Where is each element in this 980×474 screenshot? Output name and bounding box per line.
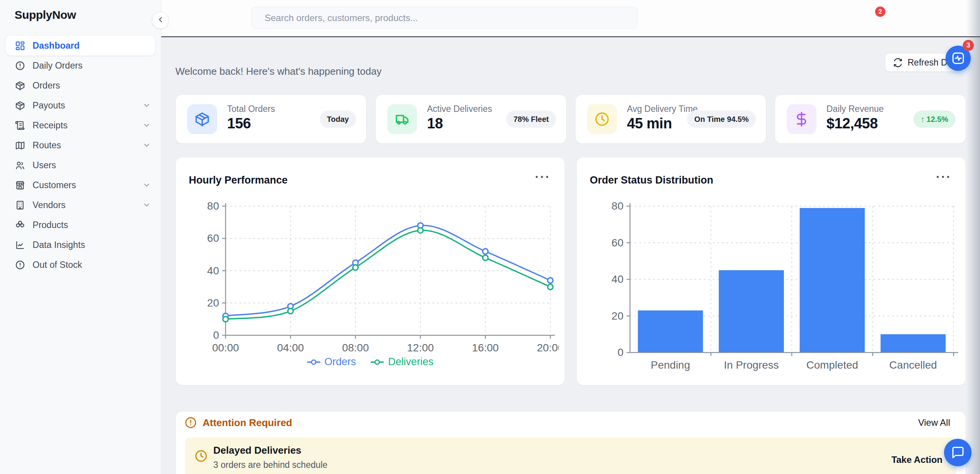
- stat-value: 45 min: [627, 115, 672, 132]
- svg-text:20: 20: [207, 297, 219, 309]
- take-action-button[interactable]: Take Action: [892, 454, 942, 465]
- clock-icon: [194, 449, 208, 463]
- alert-circle-icon: [15, 60, 25, 71]
- search-input[interactable]: [251, 7, 638, 29]
- sidebar-collapse-button[interactable]: [152, 12, 169, 29]
- alert-title: Delayed Deliveries: [213, 444, 301, 456]
- sidebar-item-users[interactable]: Users: [0, 155, 161, 175]
- view-all-link[interactable]: View All: [918, 417, 950, 428]
- svg-text:80: 80: [207, 200, 219, 212]
- order-status-card: Order Status Distribution ··· 020406080P…: [577, 157, 965, 385]
- attention-title: Attention Required: [203, 417, 292, 429]
- svg-text:60: 60: [207, 232, 219, 244]
- chevron-down-icon: [142, 101, 151, 110]
- svg-text:04:00: 04:00: [277, 342, 304, 354]
- sidebar-item-receipts[interactable]: Receipts: [0, 115, 161, 135]
- svg-text:0: 0: [617, 346, 623, 358]
- svg-text:0: 0: [213, 329, 219, 341]
- legend-marker: [307, 359, 321, 366]
- sidebar-item-payouts[interactable]: Payouts: [0, 95, 161, 115]
- chevron-left-icon: [156, 15, 165, 25]
- legend-item-deliveries[interactable]: Deliveries: [370, 356, 434, 368]
- svg-text:16:00: 16:00: [472, 342, 499, 354]
- notification-badge: 2: [875, 7, 885, 17]
- stat-card-avg-delivery-time: Avg Delivery Time45 minOn Time 94.5%: [576, 95, 766, 143]
- sidebar: SupplyNow DashboardDaily OrdersOrdersPay…: [0, 0, 161, 474]
- sidebar-item-label: Payouts: [33, 100, 65, 111]
- chat-icon: [951, 446, 965, 459]
- alert-subtitle: 3 orders are behind schedule: [213, 460, 327, 470]
- sidebar-item-data-insights[interactable]: Data Insights: [0, 235, 161, 255]
- svg-text:12:00: 12:00: [407, 342, 434, 354]
- chart-title: Hourly Performance: [189, 174, 288, 186]
- map-icon: [15, 140, 25, 151]
- sidebar-item-label: Out of Stock: [33, 260, 82, 270]
- truck-icon: [387, 104, 417, 134]
- svg-text:20:00: 20:00: [537, 342, 559, 354]
- topbar: [161, 0, 980, 37]
- svg-text:08:00: 08:00: [342, 342, 369, 354]
- chart-title: Order Status Distribution: [590, 174, 713, 186]
- sidebar-item-label: Dashboard: [33, 41, 80, 51]
- sidebar-item-label: Daily Orders: [33, 61, 83, 71]
- hourly-performance-card: Hourly Performance ··· 02040608000:0004:…: [176, 157, 564, 385]
- activity-badge: 3: [963, 40, 974, 51]
- sidebar-item-routes[interactable]: Routes: [0, 135, 161, 155]
- alert-circle-icon: [15, 259, 25, 270]
- chart-menu-button[interactable]: ···: [535, 171, 551, 183]
- refresh-icon: [893, 58, 903, 67]
- svg-text:20: 20: [612, 310, 623, 322]
- stat-card-daily-revenue: Daily Revenue$12,458↑ 12.5%: [775, 95, 965, 143]
- order-status-chart: 020406080PendingIn ProgressCompletedCanc…: [584, 188, 960, 376]
- alert-row: Delayed Deliveries 3 orders are behind s…: [185, 438, 956, 474]
- stat-badge: 78% Fleet: [506, 111, 556, 128]
- legend-label: Deliveries: [388, 356, 434, 368]
- sidebar-item-dashboard[interactable]: Dashboard: [6, 36, 155, 56]
- stat-label: Daily Revenue: [826, 104, 884, 114]
- sidebar-item-orders[interactable]: Orders: [0, 75, 161, 95]
- svg-text:60: 60: [612, 237, 623, 249]
- chevron-down-icon: [142, 121, 151, 130]
- app-logo: SupplyNow: [15, 8, 76, 21]
- sidebar-item-label: Data Insights: [33, 240, 85, 250]
- svg-text:In Progress: In Progress: [724, 359, 779, 371]
- sidebar-item-label: Users: [33, 160, 56, 171]
- sidebar-item-label: Vendors: [33, 200, 65, 210]
- sidebar-item-label: Routes: [33, 140, 61, 151]
- stat-badge: ↑ 12.5%: [913, 111, 955, 128]
- chat-float-button[interactable]: [944, 439, 972, 466]
- page-edge-shadow: [966, 0, 980, 474]
- chevron-down-icon: [142, 181, 151, 189]
- chart-menu-button[interactable]: ···: [936, 171, 952, 183]
- sidebar-item-vendors[interactable]: Vendors: [0, 195, 161, 215]
- package-icon: [15, 100, 25, 111]
- stat-badge: Today: [320, 111, 356, 128]
- sidebar-item-out-of-stock[interactable]: Out of Stock: [0, 255, 161, 275]
- store-icon: [15, 180, 25, 190]
- sidebar-item-products[interactable]: Products: [0, 215, 161, 235]
- sidebar-item-customers[interactable]: Customers: [0, 175, 161, 195]
- boxes-icon: [15, 220, 25, 230]
- legend-item-orders[interactable]: Orders: [307, 356, 356, 368]
- sidebar-item-label: Customers: [33, 180, 76, 190]
- legend-label: Orders: [324, 356, 356, 368]
- stat-label: Active Deliveries: [427, 104, 492, 114]
- sidebar-item-daily-orders[interactable]: Daily Orders: [0, 56, 161, 75]
- chevron-down-icon: [142, 141, 151, 149]
- package-icon: [187, 104, 217, 134]
- legend-marker: [370, 359, 384, 366]
- stat-label: Avg Delivery Time: [627, 104, 698, 114]
- svg-text:Cancelled: Cancelled: [889, 359, 937, 371]
- dashboard-page: SupplyNow DashboardDaily OrdersOrdersPay…: [0, 0, 980, 474]
- chevron-down-icon: [142, 201, 151, 209]
- chart-line-icon: [15, 239, 25, 250]
- dollar-icon: [787, 104, 816, 134]
- sidebar-item-label: Orders: [33, 80, 60, 91]
- svg-text:Completed: Completed: [806, 359, 858, 371]
- svg-text:80: 80: [612, 200, 623, 212]
- stat-badge: On Time 94.5%: [687, 111, 756, 128]
- activity-icon: [951, 51, 965, 65]
- clock-icon: [587, 104, 617, 134]
- receipt-icon: [15, 120, 25, 131]
- attention-section: Attention Required View All Delayed Deli…: [176, 412, 965, 474]
